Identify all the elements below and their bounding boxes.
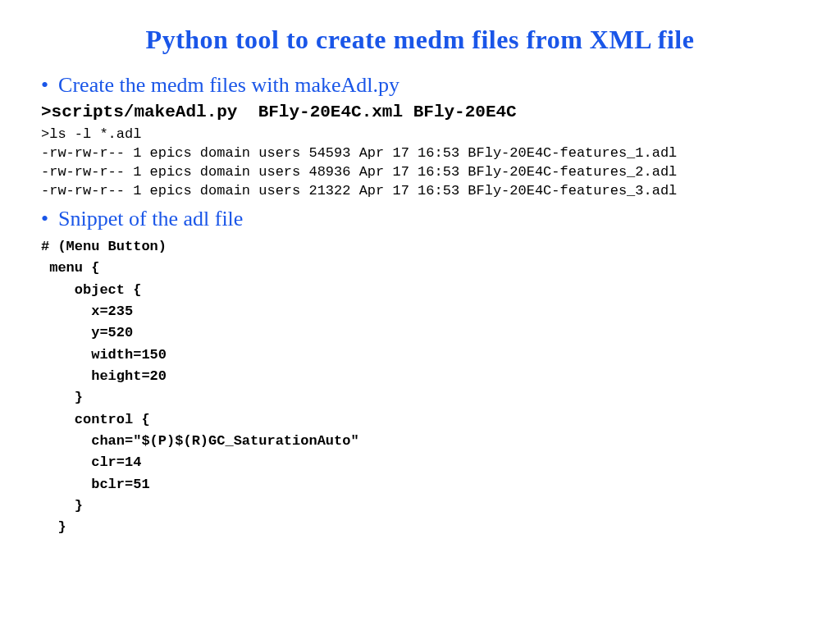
bullet-marker: • bbox=[41, 75, 48, 96]
bullet-item-1: • Create the medm files with makeAdl.py bbox=[41, 73, 799, 98]
command-line: >scripts/makeAdl.py BFly-20E4C.xml BFly-… bbox=[41, 103, 799, 121]
code-snippet: # (Menu Button) menu { object { x=235 y=… bbox=[41, 236, 799, 539]
bullet-text-1: Create the medm files with makeAdl.py bbox=[58, 73, 399, 98]
slide-title: Python tool to create medm files from XM… bbox=[41, 25, 799, 55]
ls-command: >ls -l *.adl bbox=[41, 126, 799, 142]
bullet-text-2: Snippet of the adl file bbox=[58, 207, 243, 231]
ls-output-line-1: -rw-rw-r-- 1 epics domain users 54593 Ap… bbox=[41, 145, 799, 161]
ls-output-line-2: -rw-rw-r-- 1 epics domain users 48936 Ap… bbox=[41, 164, 799, 180]
bullet-marker: • bbox=[41, 208, 48, 230]
bullet-item-2: • Snippet of the adl file bbox=[41, 207, 799, 231]
ls-output-line-3: -rw-rw-r-- 1 epics domain users 21322 Ap… bbox=[41, 183, 799, 199]
